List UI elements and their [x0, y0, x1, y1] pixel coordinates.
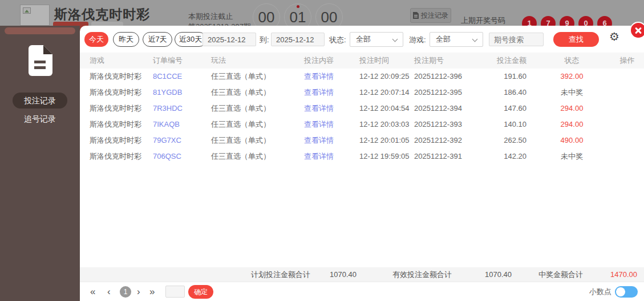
close-icon[interactable] — [630, 22, 644, 39]
cell-amount: 140.10 — [479, 117, 533, 133]
cell-play: 任三直选（单式） — [211, 69, 304, 85]
last-page-button[interactable]: » — [149, 282, 155, 301]
planned-total-label: 计划投注金额合计 — [251, 267, 310, 282]
cell-status: 294.00 — [533, 101, 610, 117]
table-row: 斯洛伐克时时彩 81YGDB 任三直选（单式） 查看详情 12-12 20:07… — [80, 85, 644, 101]
filter-last7days-button[interactable]: 近7天 — [143, 32, 172, 47]
filter-last30days-button[interactable]: 近30天 — [175, 32, 206, 47]
chevron-down-icon — [392, 37, 398, 42]
cell-action — [610, 149, 644, 164]
table-header: 游戏 订单编号 玩法 投注内容 投注时间 投注期号 投注金额 状态 操作 — [80, 53, 644, 69]
last-draw-label: 上期开奖号码 — [461, 15, 505, 26]
decimal-point-toggle[interactable] — [615, 286, 638, 298]
status-select[interactable]: 全部 — [350, 32, 403, 47]
modal-sidebar: 投注记录 追号记录 — [0, 26, 80, 301]
table-row: 斯洛伐克时时彩 706QSC 任三直选（单式） 查看详情 12-12 19:59… — [80, 149, 644, 164]
win-total-label: 中奖金额合计 — [538, 267, 583, 282]
order-link[interactable]: 706QSC — [153, 149, 211, 164]
sidebar-accent-bar — [5, 27, 75, 34]
cell-action — [610, 85, 644, 101]
col-header-play: 玩法 — [211, 53, 304, 69]
view-detail-link[interactable]: 查看详情 — [304, 133, 359, 149]
view-detail-link[interactable]: 查看详情 — [304, 149, 359, 164]
gear-icon[interactable]: ⚙ — [609, 31, 619, 42]
prev-page-button[interactable]: ‹ — [107, 282, 111, 301]
cell-action — [610, 133, 644, 149]
confirm-page-button[interactable]: 确定 — [188, 285, 213, 299]
decimal-point-label: 小数点 — [589, 282, 611, 301]
document-icon — [413, 12, 419, 19]
view-detail-link[interactable]: 查看详情 — [304, 69, 359, 85]
page-jump-input[interactable] — [165, 286, 185, 298]
summary-bar: 计划投注金额合计 1070.40 有效投注金额合计 1070.40 中奖金额合计… — [80, 267, 644, 282]
cell-time: 12-12 20:09:25 — [359, 69, 414, 85]
game-select[interactable]: 全部 — [430, 32, 483, 47]
order-link[interactable]: 7IKAQB — [153, 117, 211, 133]
valid-total-label: 有效投注金额合计 — [392, 267, 452, 282]
page-title: 斯洛伐克时时彩 — [54, 6, 150, 23]
order-link[interactable]: 79G7XC — [153, 133, 211, 149]
header-records-button[interactable]: 投注记录 — [410, 8, 451, 23]
cell-amount: 262.50 — [479, 133, 533, 149]
cell-status: 294.00 — [533, 117, 610, 133]
next-page-button[interactable]: › — [137, 282, 140, 301]
records-document-icon — [27, 45, 52, 76]
search-button[interactable]: 查找 — [553, 32, 599, 47]
filter-yesterday-button[interactable]: 昨天 — [113, 32, 139, 47]
cell-play: 任三直选（单式） — [211, 117, 304, 133]
status-select-value: 全部 — [356, 35, 371, 43]
cell-game: 斯洛伐克时时彩 — [80, 133, 153, 149]
view-detail-link[interactable]: 查看详情 — [304, 85, 359, 101]
view-detail-link[interactable]: 查看详情 — [304, 101, 359, 117]
sidebar-item-chase-records[interactable]: 追号记录 — [0, 114, 80, 125]
cell-action — [610, 117, 644, 133]
game-select-value: 全部 — [436, 35, 451, 43]
col-header-order: 订单编号 — [153, 53, 211, 69]
planned-total-value: 1070.40 — [305, 267, 357, 282]
cell-game: 斯洛伐克时时彩 — [80, 149, 153, 164]
cell-status: 未中奖 — [533, 85, 610, 101]
period-search-input[interactable] — [489, 33, 544, 46]
cell-time: 12-12 20:04:54 — [359, 101, 414, 117]
filter-today-button[interactable]: 今天 — [84, 32, 108, 47]
cell-game: 斯洛伐克时时彩 — [80, 85, 153, 101]
screen: 斯洛伐克时时彩 本期投注截止 第20251212-397期 00 01 00 投… — [0, 0, 644, 301]
cell-amount: 147.60 — [479, 101, 533, 117]
cell-period: 20251212-392 — [414, 133, 479, 149]
date-to-label: 到: — [260, 35, 269, 45]
cell-play: 任三直选（单式） — [211, 149, 304, 164]
sidebar-item-bet-records[interactable]: 投注记录 — [13, 93, 67, 109]
pagination-bar: « ‹ 1 › » 确定 小数点 — [80, 282, 644, 301]
order-link[interactable]: 81YGDB — [153, 85, 211, 101]
cell-period: 20251212-391 — [414, 149, 479, 164]
valid-total-value: 1070.40 — [460, 267, 512, 282]
order-link[interactable]: 8C1CCE — [153, 69, 211, 85]
cell-time: 12-12 19:59:05 — [359, 149, 414, 164]
current-page-badge[interactable]: 1 — [120, 286, 131, 298]
chevron-down-icon — [472, 37, 478, 42]
col-header-amount: 投注金额 — [479, 53, 533, 69]
table-row: 斯洛伐克时时彩 79G7XC 任三直选（单式） 查看详情 12-12 20:01… — [80, 133, 644, 149]
cell-action — [610, 101, 644, 117]
deadline-label: 本期投注截止 — [188, 11, 233, 22]
date-from-input[interactable] — [202, 33, 256, 46]
logo-image-placeholder — [20, 5, 50, 26]
cell-action — [610, 69, 644, 85]
cell-game: 斯洛伐克时时彩 — [80, 69, 153, 85]
cell-period: 20251212-395 — [414, 85, 479, 101]
cell-play: 任三直选（单式） — [211, 85, 304, 101]
cell-game: 斯洛伐克时时彩 — [80, 101, 153, 117]
date-to-input[interactable] — [271, 33, 325, 46]
toggle-knob — [616, 287, 625, 296]
view-detail-link[interactable]: 查看详情 — [304, 117, 359, 133]
col-header-status: 状态 — [533, 53, 610, 69]
col-header-game: 游戏 — [80, 53, 153, 69]
cell-status: 490.00 — [533, 133, 610, 149]
cell-period: 20251212-394 — [414, 101, 479, 117]
cell-amount: 191.60 — [479, 69, 533, 85]
order-link[interactable]: 7R3HDC — [153, 101, 211, 117]
table-body: 斯洛伐克时时彩 8C1CCE 任三直选（单式） 查看详情 12-12 20:09… — [80, 69, 644, 164]
first-page-button[interactable]: « — [90, 282, 95, 301]
countdown-dot — [297, 5, 299, 8]
col-header-period: 投注期号 — [414, 53, 479, 69]
